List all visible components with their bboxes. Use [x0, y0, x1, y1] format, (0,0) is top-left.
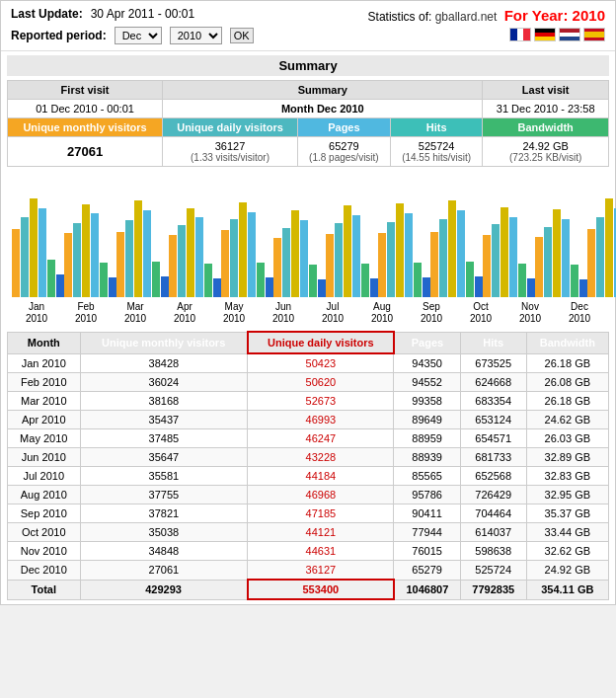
table-cell: 94350 — [394, 353, 460, 373]
chart-bar — [457, 210, 465, 297]
table-cell: Mar 2010 — [8, 392, 81, 411]
val-unique-daily-sub: (1.33 visits/visitor) — [168, 152, 292, 163]
table-cell: 673525 — [460, 353, 526, 373]
chart-month-label: Nov 2010 — [519, 301, 541, 325]
col-summary: Summary — [163, 81, 483, 100]
table-cell: 24.62 GB — [526, 411, 608, 429]
table-cell: 38428 — [80, 353, 248, 373]
flag-de — [534, 28, 556, 41]
val-pages: 65279 (1.8 pages/visit) — [297, 137, 390, 167]
table-cell: Jan 2010 — [8, 353, 81, 373]
chart-bar — [100, 263, 108, 297]
total-cell: Total — [8, 580, 81, 599]
stats-of-row: Statistics of: gballard.net For Year: 20… — [368, 7, 605, 24]
summary-section: Summary First visit Summary Last visit 0… — [1, 51, 615, 171]
table-cell: 26.08 GB — [526, 373, 608, 392]
chart-bar — [30, 198, 38, 297]
chart-labels: Jan 2010Feb 2010Mar 2010Apr 2010May 2010… — [7, 299, 609, 327]
table-cell: 24.92 GB — [526, 561, 608, 581]
table-cell: May 2010 — [8, 429, 81, 448]
table-cell: 46247 — [248, 429, 394, 448]
table-cell: 38168 — [80, 392, 248, 411]
chart-container: Jan 2010Feb 2010Mar 2010Apr 2010May 2010… — [1, 171, 615, 327]
year-select[interactable]: 2010 — [170, 27, 222, 44]
val-bandwidth-sub: (723.25 KB/visit) — [488, 152, 603, 163]
table-row: Nov 201034848446317601559863832.62 GB — [8, 542, 609, 561]
chart-bar — [439, 219, 447, 297]
table-cell: 614037 — [460, 523, 526, 542]
chart-bar — [91, 213, 99, 297]
first-visit-value: 01 Dec 2010 - 00:01 — [8, 100, 163, 118]
table-cell: Feb 2010 — [8, 373, 81, 392]
table-cell: 95786 — [394, 486, 460, 504]
table-cell: 32.95 GB — [526, 486, 608, 504]
table-cell: 37485 — [80, 429, 248, 448]
chart-month-label: Jun 2010 — [272, 301, 294, 325]
chart-group — [12, 198, 64, 297]
th-col-unique-monthly: Unique monthly visitors — [80, 332, 248, 353]
table-cell: Dec 2010 — [8, 561, 81, 581]
table-cell: 37821 — [80, 504, 248, 523]
table-cell: 44184 — [248, 467, 394, 486]
chart-bar — [562, 219, 570, 297]
th-unique-daily: Unique daily visitors — [163, 118, 298, 137]
chart-bar — [571, 265, 578, 297]
flag-fr — [509, 28, 531, 41]
table-cell: 704464 — [460, 504, 526, 523]
table-cell: 44631 — [248, 542, 394, 561]
chart-bar — [405, 213, 413, 297]
data-tbody: Jan 201038428504239435067352526.18 GBFeb… — [8, 353, 609, 599]
chart-bar — [152, 262, 160, 297]
total-cell: 7792835 — [460, 580, 526, 599]
chart-bar — [230, 219, 238, 297]
chart-bar — [387, 222, 395, 297]
th-col-hits: Hits — [460, 332, 526, 353]
col-last-visit: Last visit — [483, 81, 609, 100]
table-cell: 26.03 GB — [526, 429, 608, 448]
chart-bar — [344, 205, 351, 297]
chart-bar — [370, 278, 378, 297]
table-cell: 32.83 GB — [526, 467, 608, 486]
chart-bar — [195, 217, 203, 297]
table-cell: 90411 — [394, 504, 460, 523]
chart-bar — [553, 209, 561, 297]
table-cell: 36127 — [248, 561, 394, 581]
table-row: Jan 201038428504239435067352526.18 GB — [8, 353, 609, 373]
table-row: Apr 201035437469938964965312424.62 GB — [8, 411, 609, 429]
chart-bar — [116, 232, 124, 297]
chart-bar — [378, 233, 386, 297]
chart-bar — [326, 234, 334, 297]
val-unique-daily-main: 36127 — [168, 140, 292, 152]
chart-bar — [466, 262, 474, 297]
table-row: Dec 201027061361276527952572424.92 GB — [8, 561, 609, 581]
table-cell: 27061 — [80, 561, 248, 581]
ok-button[interactable]: OK — [230, 28, 254, 43]
chart-group — [169, 208, 221, 297]
chart-bar — [125, 220, 133, 297]
chart-bar — [423, 277, 430, 297]
chart-bar — [178, 225, 186, 297]
val-pages-sub: (1.8 pages/visit) — [303, 152, 385, 163]
table-cell: Apr 2010 — [8, 411, 81, 429]
chart-bar — [300, 220, 308, 297]
chart-bar — [361, 264, 369, 297]
chart-month-label: Apr 2010 — [174, 301, 195, 325]
chart-bar — [239, 202, 247, 297]
table-cell: 50620 — [248, 373, 394, 392]
chart-bar — [161, 276, 169, 297]
chart-group — [587, 198, 616, 297]
last-visit-value: 31 Dec 2010 - 23:58 — [483, 100, 609, 118]
total-cell: 429293 — [80, 580, 248, 599]
val-bandwidth: 24.92 GB (723.25 KB/visit) — [483, 137, 609, 167]
table-cell: 33.44 GB — [526, 523, 608, 542]
chart-bar — [291, 210, 299, 297]
chart-bar — [596, 217, 604, 297]
chart-month-label: Oct 2010 — [470, 301, 492, 325]
month-select[interactable]: Dec — [115, 27, 162, 44]
chart-group — [64, 204, 116, 297]
table-cell: Nov 2010 — [8, 542, 81, 561]
table-cell: 654571 — [460, 429, 526, 448]
chart-bar — [414, 263, 422, 297]
table-cell: Oct 2010 — [8, 523, 81, 542]
table-cell: 35437 — [80, 411, 248, 429]
